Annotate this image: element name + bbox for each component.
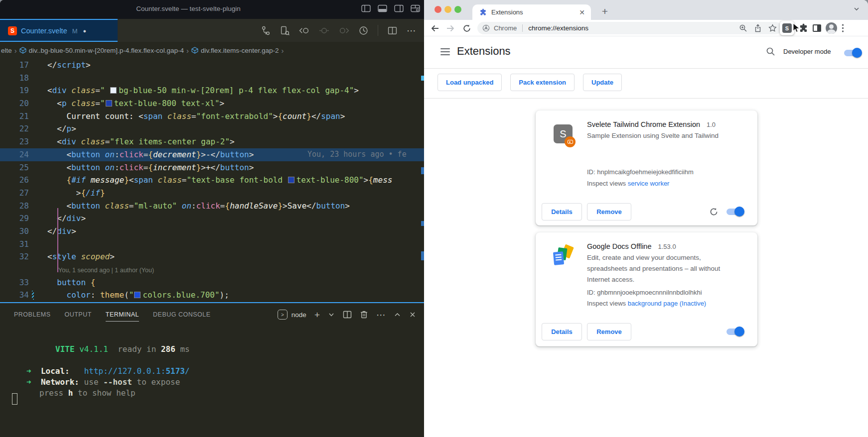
code-line[interactable]: 23 <div class="flex items-center gap-2"> (0, 135, 424, 148)
breadcrumb-segment[interactable]: div.flex.items-center.gap-2 (201, 47, 279, 54)
details-button[interactable]: Details (542, 323, 582, 340)
color-swatch-icon[interactable] (134, 292, 141, 298)
remove-button[interactable]: Remove (587, 203, 631, 220)
share-icon[interactable] (754, 24, 762, 32)
code-editor[interactable]: 17</script>1819<div class=" bg-blue-50 m… (0, 59, 424, 302)
terminal-line: VITE v4.1.1 ready in 286 ms (55, 344, 190, 354)
code-line[interactable]: 25 <button on:click={increment}>+</butto… (0, 161, 424, 174)
remove-button[interactable]: Remove (587, 323, 631, 340)
blame-annotation-line[interactable]: You, 1 second ago | 1 author (You) (0, 263, 424, 276)
open-changes-icon[interactable] (280, 26, 289, 35)
split-terminal-icon[interactable] (343, 310, 352, 319)
details-button[interactable]: Details (542, 203, 582, 220)
terminal-line: ➜ Local: http://127.0.0.1:5173/ (26, 366, 190, 376)
panel-tab-problems[interactable]: PROBLEMS (14, 311, 50, 318)
color-swatch-icon[interactable] (288, 177, 294, 183)
code-line[interactable]: 33 button { (0, 276, 424, 289)
code-line[interactable]: 32<style scoped> (0, 250, 424, 263)
symbol-cube-icon (191, 47, 198, 54)
code-line[interactable]: 28 <button class="ml-auto" on:click={han… (0, 200, 424, 213)
code-line[interactable]: 17</script> (0, 59, 424, 72)
reload-button[interactable] (461, 22, 473, 34)
inspect-view-link[interactable]: service worker (628, 180, 670, 187)
back-button[interactable] (429, 22, 441, 34)
menu-hamburger-icon[interactable] (440, 48, 450, 55)
code-line[interactable]: 29 </div> (0, 212, 424, 225)
forward-button[interactable] (444, 22, 456, 34)
chrome-menu-kebab-icon[interactable] (842, 24, 844, 32)
color-swatch-icon[interactable] (110, 87, 117, 94)
code-line[interactable]: 19<div class=" bg-blue-50 min-w-[20rem] … (0, 84, 424, 97)
tab-search-chevron-icon[interactable] (853, 5, 861, 13)
breadcrumb-segment[interactable]: div..bg-blue-50.min-w-[20rem].p-4.flex.f… (29, 47, 184, 54)
navigate-forward-icon[interactable] (339, 26, 349, 35)
load-unpacked-button[interactable]: Load unpacked (437, 74, 502, 91)
update-button[interactable]: Update (583, 74, 622, 91)
panel-tab-output[interactable]: OUTPUT (64, 311, 91, 318)
code-line[interactable]: 31 (0, 238, 424, 251)
code-line[interactable]: 21 Current count: <span class="font-extr… (0, 110, 424, 123)
timeline-run-icon[interactable] (359, 26, 368, 35)
toggle-primary-sidebar-icon[interactable] (361, 4, 371, 12)
code-line[interactable]: 30</div> (0, 225, 424, 238)
code-line[interactable]: 20 <p class="text-blue-800 text-xl"> (0, 97, 424, 110)
side-panel-icon[interactable] (813, 24, 821, 32)
breadcrumb[interactable]: elte›div..bg-blue-50.min-w-[20rem].p-4.f… (0, 42, 424, 59)
breadcrumb-separator: › (186, 46, 189, 55)
code-line[interactable]: 18 (0, 72, 424, 85)
line-number: 19 (0, 84, 29, 97)
toggle-secondary-sidebar-icon[interactable] (394, 4, 404, 12)
profile-avatar[interactable] (826, 22, 837, 34)
terminal-shell-icon: > (278, 310, 288, 320)
close-panel-icon[interactable] (409, 311, 416, 318)
search-icon[interactable] (766, 47, 775, 56)
zoom-icon[interactable] (739, 24, 747, 32)
breadcrumb-segment[interactable]: elte (1, 47, 12, 54)
extension-name: Google Docs Offline (587, 242, 652, 250)
code-line[interactable]: 34 color: theme("colors.blue.700"); (0, 289, 424, 302)
source-control-graph-icon[interactable] (261, 26, 271, 35)
address-separator (522, 24, 523, 32)
navigate-back-icon[interactable] (299, 26, 309, 35)
extension-enabled-toggle[interactable] (726, 328, 743, 335)
code-line[interactable]: 22 </p> (0, 122, 424, 135)
more-actions-icon[interactable]: ⋯ (407, 26, 416, 35)
tab-counter-svelte[interactable]: S Counter.svelte M ● (0, 19, 118, 42)
code-line[interactable]: 26 {#if message}<span class="text-base f… (0, 174, 424, 187)
inspect-view-link[interactable]: background page (Inactive) (628, 300, 707, 307)
launch-profile-chevron-icon[interactable] (328, 311, 335, 318)
terminal-output[interactable]: VITE v4.1.1 ready in 286 ms➜ Local: http… (0, 326, 424, 437)
address-url[interactable]: chrome://extensions (528, 24, 588, 32)
svelte-extension-action-icon[interactable]: S (780, 21, 794, 35)
new-terminal-icon[interactable]: + (314, 310, 320, 320)
code-line[interactable]: 27 >{/if} (0, 187, 424, 200)
bookmark-star-icon[interactable] (768, 24, 777, 32)
close-window-icon[interactable] (434, 6, 441, 13)
kill-terminal-trash-icon[interactable] (360, 310, 368, 319)
color-swatch-icon[interactable] (106, 100, 112, 107)
panel-tab-terminal[interactable]: TERMINAL (106, 311, 139, 322)
developer-mode-toggle[interactable] (844, 50, 861, 56)
minimize-window-icon[interactable] (444, 6, 451, 13)
extension-enabled-toggle[interactable] (726, 209, 743, 215)
line-number: 33 (0, 276, 29, 289)
new-tab-button[interactable]: + (597, 4, 612, 19)
code-line[interactable]: 24 <button on:click={decrement}>-</butto… (0, 148, 424, 161)
tab-extensions[interactable]: Extensions ✕ (472, 4, 591, 20)
pack-extension-button[interactable]: Pack extension (510, 74, 575, 91)
address-bar[interactable]: Chrome chrome://extensions (477, 22, 782, 34)
reload-extension-icon[interactable] (709, 207, 719, 218)
circle-ref-icon[interactable] (319, 26, 329, 35)
split-editor-icon[interactable] (388, 26, 397, 35)
zoom-window-icon[interactable] (454, 6, 461, 13)
customize-layout-icon[interactable] (411, 4, 420, 12)
panel-more-actions-icon[interactable]: ⋯ (376, 310, 386, 320)
line-number: 24 (0, 148, 29, 161)
dirty-indicator-icon[interactable]: ● (83, 28, 87, 34)
toggle-panel-icon[interactable] (378, 4, 387, 12)
panel-tab-debug-console[interactable]: DEBUG CONSOLE (153, 311, 211, 318)
line-number: 26 (0, 174, 29, 187)
tab-close-icon[interactable]: ✕ (579, 8, 585, 16)
maximize-panel-icon[interactable] (394, 311, 401, 318)
terminal-shell-label[interactable]: node (291, 311, 306, 319)
